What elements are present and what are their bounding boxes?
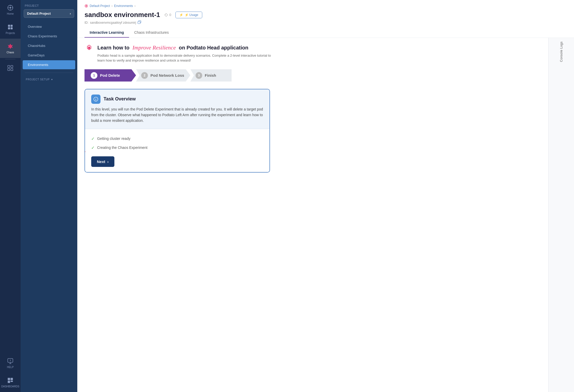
nav-dashboards-label: DASHBOARDS — [1, 385, 19, 388]
breadcrumb-environments[interactable]: Environments — [114, 4, 133, 8]
tab-chaos-infrastructures[interactable]: Chaos Infrastructures — [129, 28, 174, 38]
tabs: Interactive Learning Chaos Infrastructur… — [85, 28, 567, 38]
breadcrumb: Default Project › Environments › — [85, 4, 567, 8]
nav-item-dashboards[interactable]: DASHBOARDS — [0, 373, 21, 392]
env-tag: 0 — [164, 13, 171, 17]
sidebar-item-overview[interactable]: Overview — [23, 22, 75, 31]
home-icon — [7, 4, 14, 11]
nav-home-label: Home — [7, 12, 14, 15]
console-panel[interactable]: Console Logs — [548, 38, 574, 392]
check-icon-2: ✓ — [91, 145, 95, 150]
svg-rect-13 — [11, 69, 13, 71]
learn-subtitle: Podtato head is a sample application bui… — [97, 53, 278, 63]
step3-num: 3 — [196, 72, 202, 79]
sidebar-item-chaoshubs[interactable]: ChaosHubs — [23, 41, 75, 50]
nav-divider — [5, 59, 15, 59]
copy-icon[interactable] — [138, 20, 141, 25]
project-label: Project — [21, 4, 77, 9]
sidebar-item-chaos-experiments[interactable]: Chaos Experiments — [23, 32, 75, 41]
step1-num: 1 — [91, 72, 97, 79]
lightning-icon: ⚡ — [179, 13, 183, 17]
step2-label: Pod Network Loss — [150, 73, 184, 78]
env-id-value: sandboxenvmcgaaiiioyf zdxsumirj — [90, 21, 136, 24]
svg-point-22 — [165, 14, 166, 14]
nav-item-grid[interactable] — [0, 60, 21, 76]
dashboards-icon — [7, 377, 14, 384]
nav-bottom: ? HELP DASHBOARDS — [0, 353, 21, 392]
env-id: ID: sandboxenvmcgaaiiioyf zdxsumirj — [85, 20, 567, 25]
page-body: Learn how to Improve Resilience on Podta… — [77, 38, 574, 392]
nav-chaos-label: Chaos — [7, 51, 14, 54]
checklist-label-2: Creating the Chaos Experiment — [97, 146, 147, 150]
sidebar-item-gamedays[interactable]: GameDays — [23, 51, 75, 60]
sidebar-item-environments[interactable]: Environments — [23, 60, 75, 69]
red-arrow: ↓ — [85, 146, 90, 162]
check-icon-1: ✓ — [91, 136, 95, 141]
nav-item-projects[interactable]: Projects — [0, 19, 21, 39]
arrow-container: ↓ Next › — [91, 154, 263, 167]
task-overview-title: i Task Overview — [91, 95, 263, 104]
task-card-title: Task Overview — [104, 96, 136, 102]
step1-label: Pod Delete — [100, 73, 120, 78]
checklist-label-1: Getting cluster ready — [97, 137, 130, 141]
header: Default Project › Environments › sandbox… — [77, 0, 574, 38]
nav-projects-label: Projects — [6, 32, 15, 35]
tag-icon — [164, 13, 168, 17]
svg-text:?: ? — [10, 359, 11, 362]
step-finish[interactable]: 3 Finish — [190, 69, 232, 82]
nav-help-label: HELP — [7, 366, 14, 369]
chaos-icon — [7, 43, 14, 50]
chevron-right-icon: › — [70, 12, 71, 15]
task-card: i Task Overview In this level, you will … — [85, 89, 270, 173]
breadcrumb-project[interactable]: Default Project — [90, 4, 110, 8]
nav-item-help[interactable]: ? HELP — [0, 353, 21, 373]
breadcrumb-sep1: › — [112, 4, 113, 8]
env-title: sandbox environment-1 — [85, 11, 160, 19]
help-icon: ? — [7, 357, 14, 365]
svg-rect-10 — [8, 65, 10, 67]
svg-rect-20 — [8, 381, 10, 383]
projects-icon — [7, 23, 14, 31]
svg-rect-18 — [8, 378, 10, 380]
grid-icon — [7, 64, 14, 72]
step-pod-delete[interactable]: 1 Pod Delete — [85, 69, 136, 82]
learn-title-cursive: Improve Resilience — [132, 44, 176, 51]
checklist-item-creating-experiment: ✓ Creating the Chaos Experiment — [91, 143, 263, 152]
sidebar: Project Default Project › Overview Chaos… — [21, 0, 77, 392]
next-button[interactable]: Next › — [91, 156, 114, 167]
learn-text: Learn how to Improve Resilience on Podta… — [97, 44, 278, 63]
breadcrumb-sep2: › — [134, 4, 136, 8]
svg-rect-24 — [138, 21, 140, 24]
svg-rect-8 — [8, 27, 10, 29]
svg-rect-19 — [11, 378, 13, 380]
chevron-right-next: › — [107, 159, 109, 164]
project-setup-label: PROJECT SETUP ▾ — [21, 76, 77, 82]
sidebar-divider — [25, 73, 73, 73]
project-selector[interactable]: Default Project › — [24, 9, 74, 18]
learn-banner: Learn how to Improve Resilience on Podta… — [85, 44, 541, 63]
step2-num: 2 — [141, 72, 148, 79]
step-pod-network-loss[interactable]: 2 Pod Network Loss — [136, 69, 190, 82]
tag-count: 0 — [169, 13, 171, 17]
chevron-down-icon: ▾ — [51, 78, 53, 81]
steps-bar: 1 Pod Delete 2 Pod Network Loss 3 Finish — [85, 69, 541, 82]
task-card-desc: In this level, you will run the Pod Dele… — [91, 106, 263, 124]
project-name: Default Project — [27, 12, 51, 15]
task-overview-header: i Task Overview In this level, you will … — [85, 89, 269, 129]
env-header: sandbox environment-1 0 ⚡ ⚡ Usage — [85, 11, 567, 19]
nav-item-home[interactable]: Home — [0, 0, 21, 19]
svg-rect-6 — [8, 25, 10, 27]
nav-item-chaos[interactable]: Chaos — [0, 39, 21, 58]
svg-rect-9 — [11, 27, 13, 29]
svg-rect-12 — [8, 69, 10, 71]
svg-rect-21 — [11, 381, 13, 382]
main-content: Default Project › Environments › sandbox… — [77, 0, 574, 392]
svg-point-1 — [10, 7, 11, 8]
tab-interactive-learning[interactable]: Interactive Learning — [85, 28, 129, 38]
step3-label: Finish — [205, 73, 216, 78]
checklist-item-cluster-ready: ✓ Getting cluster ready — [91, 134, 263, 143]
usage-button[interactable]: ⚡ ⚡ Usage — [175, 12, 202, 18]
learn-title: Learn how to Improve Resilience on Podta… — [97, 44, 278, 52]
harness-logo-breadcrumb — [85, 4, 88, 8]
svg-text:i: i — [95, 98, 96, 101]
